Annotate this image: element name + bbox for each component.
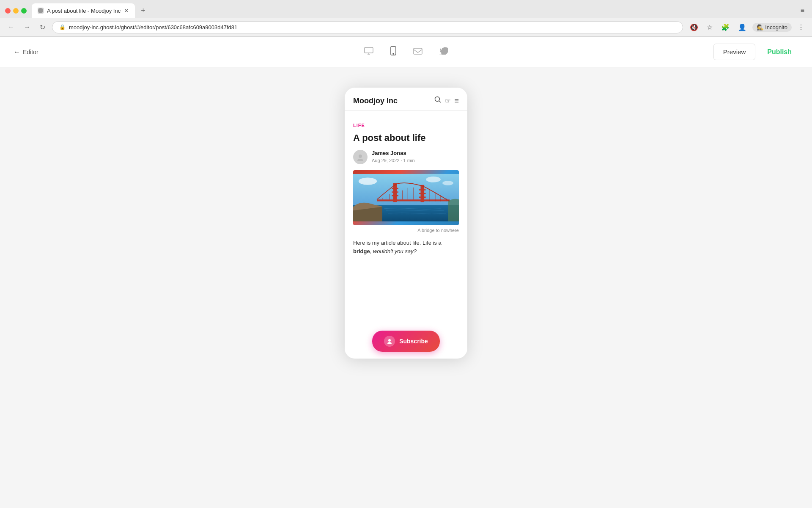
subscribe-label: Subscribe — [399, 338, 428, 345]
blog-site-header: Moodjoy Inc ☞ ≡ — [345, 88, 467, 110]
incognito-label: Incognito — [765, 24, 787, 30]
subscribe-button[interactable]: Subscribe — [372, 331, 440, 352]
svg-rect-16 — [419, 189, 426, 190]
traffic-lights — [5, 8, 27, 14]
minimize-window-button[interactable] — [13, 8, 19, 14]
blog-post-title: A post about life — [353, 132, 459, 144]
preview-mode-icons — [362, 44, 450, 59]
svg-rect-4 — [414, 48, 422, 54]
back-to-editor-link[interactable]: ← Editor — [14, 48, 38, 56]
svg-rect-18 — [419, 196, 426, 198]
address-bar-row: ← → ↻ 🔒 moodjoy-inc.ghost.io/ghost/#/edi… — [0, 18, 812, 36]
svg-point-6 — [359, 155, 362, 158]
image-caption: A bridge to nowhere — [353, 228, 459, 233]
tab-favicon — [38, 8, 44, 14]
extensions-button[interactable]: 🧩 — [719, 22, 732, 33]
subscribe-portal-icon — [384, 336, 395, 347]
svg-point-3 — [393, 53, 394, 54]
blog-menu-icon[interactable]: ≡ — [454, 97, 459, 105]
desktop-preview-icon[interactable] — [362, 45, 375, 58]
svg-point-0 — [38, 8, 43, 13]
url-text: moodjoy-inc.ghost.io/ghost/#/editor/post… — [69, 24, 237, 30]
blog-logo: Moodjoy Inc — [353, 97, 398, 105]
blog-search-icon[interactable] — [434, 96, 442, 105]
svg-point-30 — [426, 177, 440, 182]
subscribe-area: Subscribe — [345, 324, 467, 359]
author-meta: Aug 29, 2022 · 1 min — [372, 158, 415, 163]
blog-content-area: LIFE A post about life James Jonas Aug 2… — [345, 111, 467, 263]
author-avatar — [353, 150, 368, 164]
svg-rect-13 — [392, 188, 398, 189]
blog-featured-image — [353, 170, 459, 225]
profile-button[interactable]: 👤 — [735, 22, 749, 33]
twitter-preview-icon[interactable] — [438, 45, 450, 58]
forward-button[interactable]: → — [21, 22, 33, 33]
back-arrow-icon: ← — [14, 48, 20, 56]
blog-bold-word: bridge — [353, 248, 370, 254]
blog-category-label: LIFE — [353, 123, 459, 128]
mobile-preview-icon[interactable] — [389, 44, 398, 59]
tab-bar: A post about life - Moodjoy Inc ✕ + ≡ — [0, 0, 812, 18]
more-options-button[interactable]: ⋮ — [795, 22, 807, 33]
tab-close-button[interactable]: ✕ — [124, 7, 129, 14]
svg-point-29 — [359, 177, 377, 185]
maximize-window-button[interactable] — [21, 8, 27, 14]
svg-rect-10 — [377, 199, 450, 201]
svg-point-33 — [387, 342, 392, 344]
bookmark-button[interactable]: ☆ — [704, 22, 715, 33]
header-right-actions: Preview Publish — [713, 44, 798, 60]
svg-rect-1 — [365, 47, 373, 53]
close-window-button[interactable] — [5, 8, 11, 14]
blog-header-icons: ☞ ≡ — [434, 96, 459, 105]
mobile-preview-frame: Moodjoy Inc ☞ ≡ LIFE A post about life — [345, 88, 467, 359]
author-info: James Jonas Aug 29, 2022 · 1 min — [372, 150, 415, 164]
tab-list-button[interactable]: ≡ — [798, 5, 807, 16]
new-tab-button[interactable]: + — [137, 5, 149, 17]
app-header: ← Editor Preview — [0, 37, 812, 67]
active-tab[interactable]: A post about life - Moodjoy Inc ✕ — [32, 3, 135, 18]
back-editor-label: Editor — [23, 49, 38, 55]
author-name: James Jonas — [372, 150, 415, 156]
svg-rect-14 — [392, 191, 398, 193]
blog-body-text: Here is my article about life. Life is a… — [353, 239, 459, 257]
svg-point-5 — [435, 97, 440, 102]
publish-button[interactable]: Publish — [760, 44, 798, 60]
incognito-icon: 🕵️ — [757, 24, 763, 30]
browser-chrome: A post about life - Moodjoy Inc ✕ + ≡ ← … — [0, 0, 812, 37]
browser-actions: 🔇 ☆ 🧩 👤 🕵️ Incognito ⋮ — [687, 22, 807, 33]
email-preview-icon[interactable] — [411, 45, 424, 58]
lock-icon: 🔒 — [59, 24, 66, 30]
main-content: Moodjoy Inc ☞ ≡ LIFE A post about life — [0, 67, 812, 508]
svg-rect-17 — [419, 193, 426, 194]
preview-button[interactable]: Preview — [713, 44, 755, 60]
svg-point-31 — [442, 181, 453, 185]
svg-rect-15 — [392, 195, 398, 196]
address-bar[interactable]: 🔒 moodjoy-inc.ghost.io/ghost/#/editor/po… — [52, 21, 683, 33]
incognito-badge: 🕵️ Incognito — [752, 23, 792, 32]
media-toggle-button[interactable]: 🔇 — [687, 22, 701, 33]
svg-point-32 — [388, 339, 391, 342]
svg-point-7 — [357, 159, 363, 161]
blog-cursor-indicator: ☞ — [445, 97, 451, 105]
tab-title: A post about life - Moodjoy Inc — [47, 8, 121, 14]
refresh-button[interactable]: ↻ — [37, 22, 48, 33]
back-button[interactable]: ← — [5, 22, 17, 33]
author-row: James Jonas Aug 29, 2022 · 1 min — [353, 150, 459, 164]
